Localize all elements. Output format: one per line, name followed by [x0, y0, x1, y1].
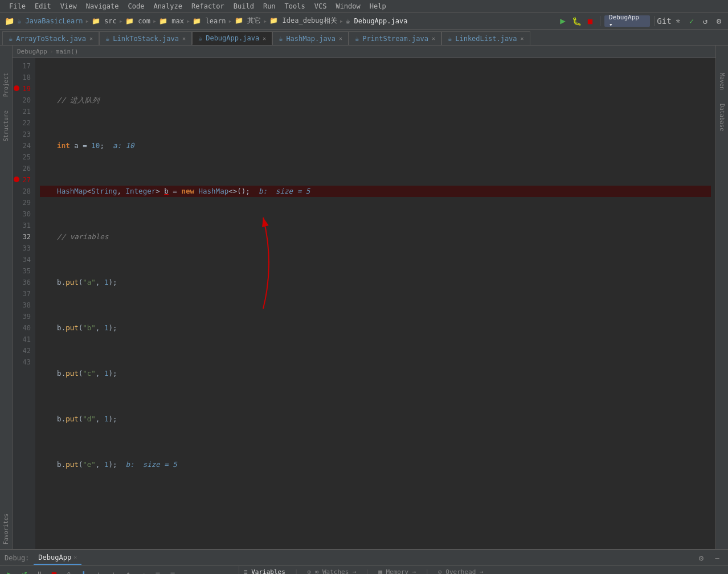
menu-edit[interactable]: Edit	[30, 1, 56, 11]
close-debugappjava[interactable]: ✕	[263, 35, 266, 42]
menu-help[interactable]: Help	[365, 1, 391, 11]
line-30: 30	[13, 208, 35, 220]
memory-tab[interactable]: ▦ Memory →	[378, 568, 416, 574]
menu-build[interactable]: Build	[229, 1, 259, 11]
run-to-cursor-btn[interactable]: →	[137, 568, 149, 575]
menu-code[interactable]: Code	[124, 1, 149, 11]
line-18: 18	[13, 72, 35, 83]
evaluate-btn[interactable]: ≡	[152, 568, 164, 575]
menu-file[interactable]: File	[5, 1, 30, 11]
menu-refactor[interactable]: Refactor	[187, 1, 229, 11]
close-linktostackjava[interactable]: ✕	[182, 35, 186, 42]
undo-icon[interactable]: ↺	[700, 15, 711, 27]
step-over-btn[interactable]: ⬇	[77, 568, 90, 575]
toolbar-current-file[interactable]: ☕ DebugApp.java	[346, 17, 407, 25]
tab-printstreamjava[interactable]: ☕ PrintStream.java ✕	[349, 31, 441, 45]
view-breakpoints-btn[interactable]: ⚬	[63, 568, 75, 575]
line-32: 32	[13, 231, 35, 243]
debug-close-btn[interactable]: −	[711, 552, 723, 564]
close-arraytostackjava[interactable]: ✕	[89, 35, 93, 42]
close-linkedlistjava[interactable]: ✕	[521, 35, 524, 42]
code-area: 17 18 19 20 21 22 23 24 25 26 27 28 29	[13, 58, 715, 549]
tab-arraytostackjava[interactable]: ☕ ArrayToStack.java ✕	[2, 31, 99, 45]
close-printstreamjava[interactable]: ✕	[432, 35, 435, 42]
menu-navigate[interactable]: Navigate	[81, 1, 124, 11]
breadcrumb: DebugApp › main()	[13, 46, 715, 58]
stop-btn[interactable]: ■	[48, 568, 60, 575]
structure-panel-toggle[interactable]: Structure	[2, 106, 10, 146]
build-icon[interactable]: ⚒	[672, 15, 684, 27]
breadcrumb-method[interactable]: main()	[56, 48, 79, 55]
resume-btn[interactable]: ▶	[3, 568, 16, 575]
tab-hashmapjava[interactable]: ☕ HashMap.java ✕	[272, 31, 349, 45]
run-button[interactable]: ▶	[557, 15, 569, 27]
line-20: 20	[13, 95, 35, 106]
line-25: 25	[13, 151, 35, 163]
menu-view[interactable]: View	[56, 1, 81, 11]
rerun-btn[interactable]: ↺	[18, 568, 31, 575]
menu-analyze[interactable]: Analyze	[149, 1, 187, 11]
stop-button[interactable]: ■	[584, 15, 596, 27]
toolbar-idea-debug[interactable]: 📁 Idea_debug相关	[269, 16, 337, 26]
debug-tab-debugapp[interactable]: DebugApp ✕	[34, 551, 81, 565]
menu-window[interactable]: Window	[331, 1, 365, 11]
debug-left-panel: ▶ ↺ ⏸ ■ ⚬ ⬇ ↓ ↓ ↑ → ≡ ≡ ▦ Frames ▾	[0, 566, 239, 574]
vcs-icon[interactable]: Git	[659, 15, 670, 27]
toolbar-src[interactable]: 📁 src	[92, 17, 117, 25]
line-24: 24	[13, 140, 35, 151]
overhead-tab[interactable]: ⊙ Overhead →	[438, 568, 483, 574]
code-line-18: int a = 10; a: 10	[40, 140, 711, 151]
toolbar-com[interactable]: 📁 com	[125, 17, 150, 25]
force-step-into-btn[interactable]: ↓	[107, 568, 120, 575]
menu-vcs[interactable]: VCS	[310, 1, 332, 11]
watches-tab[interactable]: ⊕ ∞ Watches →	[307, 568, 356, 574]
tab-debugappjava[interactable]: ☕ DebugApp.java ✕	[192, 31, 272, 45]
toolbar-project[interactable]: ☕ JavaBasicLearn	[17, 17, 83, 25]
code-content[interactable]: // 进入队列 int a = 10; a: 10 HashMap<String…	[35, 58, 715, 549]
database-panel-toggle[interactable]: Database	[718, 99, 726, 136]
line-41: 41	[13, 334, 35, 345]
trace-btn[interactable]: ≡	[166, 568, 179, 575]
toolbar-other[interactable]: 📁 其它	[235, 16, 261, 26]
check-icon[interactable]: ✓	[686, 15, 697, 27]
debug-settings-btn[interactable]: ⚙	[695, 552, 707, 564]
line-21: 21	[13, 106, 35, 117]
code-line-17: // 进入队列	[40, 95, 711, 106]
menubar: File Edit View Navigate Code Analyze Ref…	[0, 0, 728, 13]
debug-toolbar: ▶ ↺ ⏸ ■ ⚬ ⬇ ↓ ↓ ↑ → ≡ ≡	[0, 566, 239, 574]
toolbar-learn[interactable]: 📁 learn	[193, 17, 226, 25]
line-35: 35	[13, 265, 35, 277]
pause-btn[interactable]: ⏸	[33, 568, 46, 575]
step-out-btn[interactable]: ↑	[122, 568, 134, 575]
code-editor[interactable]: DebugApp › main() 17 18 19 20 21 22 23 2…	[13, 46, 715, 549]
debug-right-panel: ≡ Variables | ⊕ ∞ Watches → | ▦ Memory →…	[239, 566, 728, 574]
step-into-btn[interactable]: ↓	[92, 568, 105, 575]
breadcrumb-class[interactable]: DebugApp	[17, 48, 47, 55]
close-hashmapjava[interactable]: ✕	[339, 35, 342, 42]
settings-icon[interactable]: ⚙	[713, 15, 725, 27]
close-debug-tab[interactable]: ✕	[73, 554, 77, 560]
maven-panel-toggle[interactable]: Maven	[718, 68, 726, 95]
run-config[interactable]: DebugApp ▾	[604, 15, 650, 27]
toolbar-path: ☕ JavaBasicLearn ▸ 📁 src ▸ 📁 com ▸ 📁 max…	[17, 16, 407, 26]
menu-run[interactable]: Run	[259, 1, 280, 11]
line-numbers: 17 18 19 20 21 22 23 24 25 26 27 28 29	[13, 58, 35, 549]
line-38: 38	[13, 300, 35, 311]
menu-tools[interactable]: Tools	[280, 1, 310, 11]
line-28: 28	[13, 186, 35, 197]
debug-content: ▶ ↺ ⏸ ■ ⚬ ⬇ ↓ ↓ ↑ → ≡ ≡ ▦ Frames ▾	[0, 566, 728, 574]
code-line-19: HashMap<String, Integer> b = new HashMap…	[40, 186, 711, 197]
line-40: 40	[13, 322, 35, 334]
debug-panel-title: Debug: DebugApp ✕	[5, 551, 81, 565]
line-36: 36	[13, 277, 35, 288]
toolbar: 📁 ☕ JavaBasicLearn ▸ 📁 src ▸ 📁 com ▸ 📁 m…	[0, 13, 728, 30]
line-42: 42	[13, 345, 35, 356]
line-33: 33	[13, 243, 35, 254]
tab-linktostackjava[interactable]: ☕ LinkToStack.java ✕	[99, 31, 192, 45]
variables-tab[interactable]: ≡ Variables	[244, 568, 285, 574]
toolbar-max[interactable]: 📁 max	[159, 17, 184, 25]
favorites-panel-toggle[interactable]: Favorites	[2, 509, 10, 549]
debug-run-button[interactable]: 🐛	[571, 15, 582, 27]
project-panel-toggle[interactable]: Project	[2, 68, 10, 101]
tab-linkedlistjava[interactable]: ☕ LinkedList.java ✕	[441, 31, 530, 45]
